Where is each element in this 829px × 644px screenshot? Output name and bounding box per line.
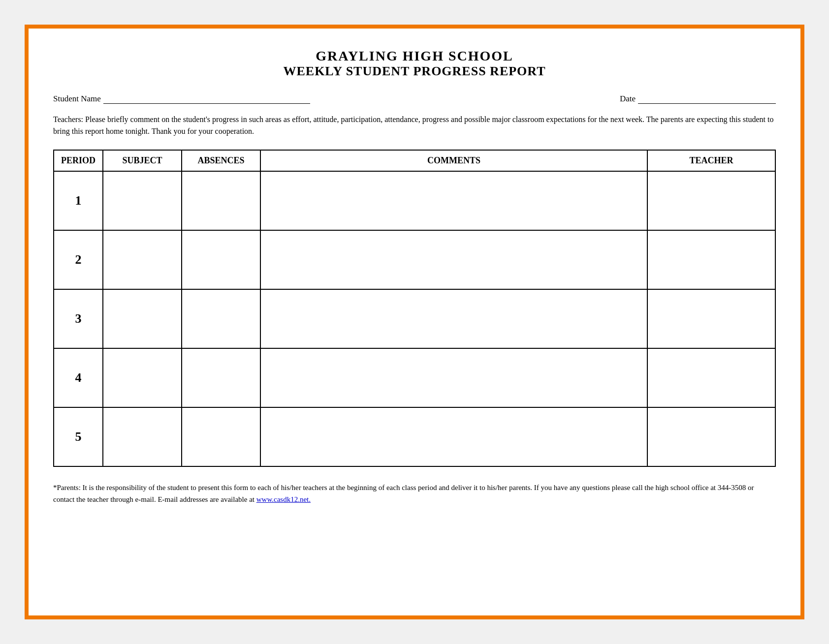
- table-header-row: PERIOD SUBJECT ABSENCES COMMENTS TEACHER: [54, 150, 775, 171]
- header-subject: SUBJECT: [103, 150, 182, 171]
- page-container: GRAYLING HIGH SCHOOL WEEKLY STUDENT PROG…: [25, 25, 804, 619]
- footer-text: *Parents: It is the responsibility of th…: [53, 484, 754, 503]
- cell-subject[interactable]: [103, 289, 182, 348]
- title-line1: GRAYLING HIGH SCHOOL: [53, 48, 776, 64]
- date-field: Date: [620, 93, 776, 104]
- cell-subject[interactable]: [103, 171, 182, 230]
- cell-period: 4: [54, 348, 103, 407]
- header-teacher: TEACHER: [647, 150, 775, 171]
- cell-absences[interactable]: [182, 230, 260, 289]
- cell-subject[interactable]: [103, 230, 182, 289]
- footer-note: *Parents: It is the responsibility of th…: [53, 482, 776, 505]
- title-line2: WEEKLY STUDENT PROGRESS REPORT: [53, 64, 776, 79]
- header-comments: COMMENTS: [260, 150, 647, 171]
- student-name-label: Student Name: [53, 94, 101, 104]
- cell-comments[interactable]: [260, 230, 647, 289]
- report-table: PERIOD SUBJECT ABSENCES COMMENTS TEACHER…: [53, 150, 776, 467]
- cell-comments[interactable]: [260, 407, 647, 466]
- instructions-text: Teachers: Please briefly comment on the …: [53, 114, 776, 137]
- student-name-line[interactable]: [103, 93, 310, 104]
- cell-absences[interactable]: [182, 289, 260, 348]
- cell-teacher[interactable]: [647, 289, 775, 348]
- cell-subject[interactable]: [103, 348, 182, 407]
- student-info-row: Student Name Date: [53, 93, 776, 104]
- cell-period: 1: [54, 171, 103, 230]
- cell-period: 3: [54, 289, 103, 348]
- table-row: 3: [54, 289, 775, 348]
- cell-teacher[interactable]: [647, 407, 775, 466]
- cell-period: 2: [54, 230, 103, 289]
- cell-teacher[interactable]: [647, 348, 775, 407]
- cell-comments[interactable]: [260, 171, 647, 230]
- cell-absences[interactable]: [182, 407, 260, 466]
- cell-absences[interactable]: [182, 171, 260, 230]
- cell-comments[interactable]: [260, 348, 647, 407]
- table-row: 2: [54, 230, 775, 289]
- header-absences: ABSENCES: [182, 150, 260, 171]
- header-period: PERIOD: [54, 150, 103, 171]
- date-line[interactable]: [638, 93, 776, 104]
- title-section: GRAYLING HIGH SCHOOL WEEKLY STUDENT PROG…: [53, 48, 776, 79]
- cell-absences[interactable]: [182, 348, 260, 407]
- table-row: 5: [54, 407, 775, 466]
- student-name-field: Student Name: [53, 93, 310, 104]
- table-row: 1: [54, 171, 775, 230]
- cell-comments[interactable]: [260, 289, 647, 348]
- cell-subject[interactable]: [103, 407, 182, 466]
- footer-link[interactable]: www.casdk12.net.: [256, 495, 311, 503]
- cell-teacher[interactable]: [647, 171, 775, 230]
- date-label: Date: [620, 94, 636, 104]
- cell-period: 5: [54, 407, 103, 466]
- table-row: 4: [54, 348, 775, 407]
- cell-teacher[interactable]: [647, 230, 775, 289]
